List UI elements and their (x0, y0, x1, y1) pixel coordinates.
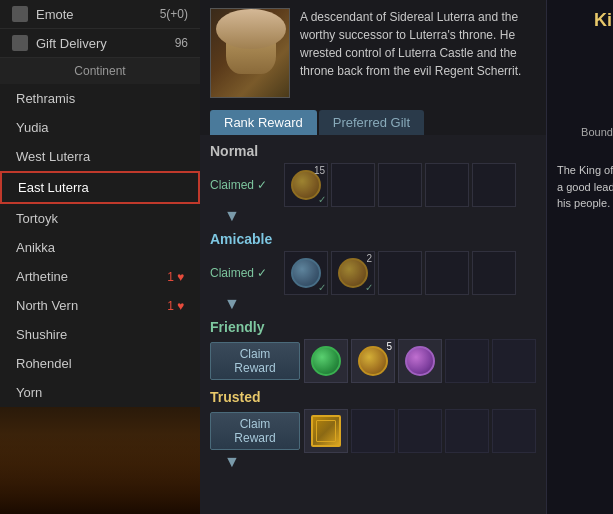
main-content: A descendant of Sidereal Luterra and the… (200, 0, 546, 514)
empty-slot (445, 409, 489, 453)
item-count: 2 (366, 253, 372, 264)
empty-slot (351, 409, 395, 453)
gold-coin-icon (358, 346, 388, 376)
sidebar-item-rohendel[interactable]: Rohendel (0, 349, 200, 378)
claim-reward-button-trusted[interactable]: Claim Reward (210, 412, 300, 450)
empty-slot (492, 339, 536, 383)
item-slot (398, 339, 442, 383)
item-slot (304, 339, 348, 383)
emote-badge: 5(+0) (160, 7, 188, 21)
tier-normal: Normal Claimed ✓ 15 ✓ ▼ (210, 143, 536, 225)
sidebar-item-anikka[interactable]: Anikka (0, 233, 200, 262)
npc-name-display: King Thirain (557, 10, 613, 31)
item-slot (378, 251, 422, 295)
item-count: 15 (314, 165, 325, 176)
sidebar: Emote 5(+0) Gift Delivery 96 Continent R… (0, 0, 200, 514)
item-preview: Legendary Bound to Roster on Pickup Untr… (557, 39, 613, 212)
tier-normal-row: Claimed ✓ 15 ✓ (210, 163, 536, 207)
npc-portrait (210, 8, 290, 98)
item-slot (425, 163, 469, 207)
claim-reward-button-friendly[interactable]: Claim Reward (210, 342, 300, 380)
gold-coin-icon (338, 258, 368, 288)
item-slot: ✓ (284, 251, 328, 295)
gift-icon (12, 35, 28, 51)
item-slot (378, 163, 422, 207)
gift-delivery-label: Gift Delivery (36, 36, 107, 51)
tier-normal-items: 15 ✓ (284, 163, 516, 207)
tier-amicable: Amicable Claimed ✓ ✓ 2 ✓ (210, 231, 536, 313)
sidebar-bottom-image (0, 407, 200, 514)
tier-friendly-items: 5 (304, 339, 536, 383)
sidebar-item-north-vern[interactable]: North Vern 1 ♥ (0, 291, 200, 320)
tier-trusted-label: Trusted (210, 389, 536, 405)
item-slot: 2 ✓ (331, 251, 375, 295)
item-slot (472, 163, 516, 207)
green-item-icon (311, 346, 341, 376)
sidebar-item-yudia[interactable]: Yudia (0, 113, 200, 142)
arrow-down-trusted: ▼ (210, 453, 254, 471)
sidebar-item-tortoyk[interactable]: Tortoyk (0, 204, 200, 233)
tier-trusted-items (304, 409, 536, 453)
tab-rank-reward[interactable]: Rank Reward (210, 110, 317, 135)
continent-section-label: Continent (0, 58, 200, 84)
emote-icon (12, 6, 28, 22)
tabs-row: Rank Reward Preferred Gilt (200, 106, 546, 135)
gift-delivery-badge: 96 (175, 36, 188, 50)
empty-slot (445, 339, 489, 383)
empty-slot (492, 409, 536, 453)
emote-row: Emote 5(+0) (0, 0, 200, 29)
tier-amicable-status: Claimed ✓ (210, 266, 280, 280)
reward-content: Normal Claimed ✓ 15 ✓ ▼ Amica (200, 135, 546, 514)
item-slot (472, 251, 516, 295)
tier-normal-label: Normal (210, 143, 536, 159)
arrow-down-amicable: ▼ (210, 295, 254, 313)
bind-text: Bound to Roster on Pickup (581, 126, 613, 138)
sidebar-item-shushire[interactable]: Shushire (0, 320, 200, 349)
sidebar-item-yorn[interactable]: Yorn (0, 378, 200, 407)
item-slot (304, 409, 348, 453)
book-item-icon (311, 415, 341, 447)
item-slot (425, 251, 469, 295)
tier-trusted: Trusted Claim Reward ▼ (210, 389, 536, 471)
tier-friendly-label: Friendly (210, 319, 536, 335)
tier-friendly: Friendly Claim Reward 5 (210, 319, 536, 383)
tab-preferred-gilt[interactable]: Preferred Gilt (319, 110, 424, 135)
sidebar-item-west-luterra[interactable]: West Luterra (0, 142, 200, 171)
tier-amicable-row: Claimed ✓ ✓ 2 ✓ (210, 251, 536, 295)
tier-amicable-items: ✓ 2 ✓ (284, 251, 516, 295)
sidebar-item-rethramis[interactable]: Rethramis (0, 84, 200, 113)
empty-slot (398, 409, 442, 453)
purple-item-icon (405, 346, 435, 376)
item-description: The King of Luterra. The epitome of a go… (557, 162, 613, 212)
tier-amicable-label: Amicable (210, 231, 536, 247)
tier-trusted-row: Claim Reward (210, 409, 536, 453)
check-icon: ✓ (318, 282, 326, 293)
item-count: 5 (386, 341, 392, 352)
sidebar-item-arthetine[interactable]: Arthetine 1 ♥ (0, 262, 200, 291)
npc-header: A descendant of Sidereal Luterra and the… (200, 0, 546, 106)
npc-description: A descendant of Sidereal Luterra and the… (300, 8, 536, 80)
sidebar-item-east-luterra[interactable]: East Luterra (0, 171, 200, 204)
item-slot (331, 163, 375, 207)
check-icon: ✓ (365, 282, 373, 293)
item-slot: 15 ✓ (284, 163, 328, 207)
north-vern-badge: 1 ♥ (167, 299, 184, 313)
arrow-down-normal: ▼ (210, 207, 254, 225)
arthetine-badge: 1 ♥ (167, 270, 184, 284)
tier-friendly-row: Claim Reward 5 (210, 339, 536, 383)
item-slot: 5 (351, 339, 395, 383)
gift-delivery-row: Gift Delivery 96 (0, 29, 200, 58)
emote-label: Emote (36, 7, 74, 22)
right-panel: King Thirain Legendary Bound to Roster o… (546, 0, 613, 514)
tier-normal-status: Claimed ✓ (210, 178, 280, 192)
blue-coin-icon (291, 258, 321, 288)
check-icon: ✓ (318, 194, 326, 205)
